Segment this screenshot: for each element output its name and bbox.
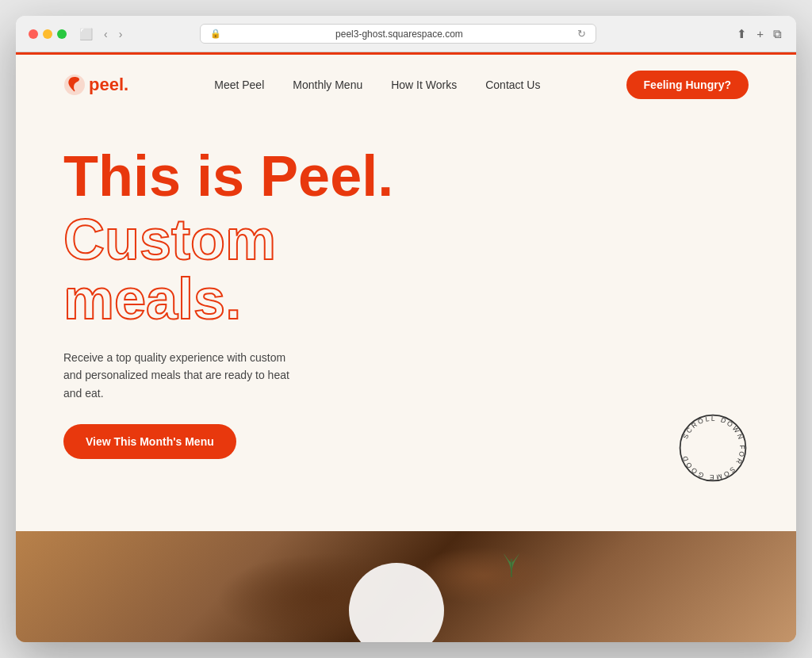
view-menu-button[interactable]: View This Month's Menu — [63, 424, 236, 459]
sidebar-toggle-button[interactable]: ⬜ — [76, 26, 96, 42]
nav-link-monthly-menu[interactable]: Monthly Menu — [293, 78, 362, 91]
share-button[interactable]: ⬆ — [735, 25, 749, 43]
new-tab-button[interactable]: + — [755, 25, 765, 42]
logo-icon — [63, 74, 86, 96]
nav-item-meet-peel[interactable]: Meet Peel — [214, 78, 264, 92]
nav-link-contact-us[interactable]: Contact Us — [485, 78, 540, 91]
windows-button[interactable]: ⧉ — [772, 25, 783, 43]
nav-item-monthly-menu[interactable]: Monthly Menu — [293, 78, 362, 92]
reload-icon: ↻ — [577, 28, 586, 40]
feeling-hungry-button[interactable]: Feeling Hungry? — [626, 71, 749, 99]
scroll-badge-svg: SCROLL DOWN FOR SOME GOOD STUFF — [677, 412, 749, 484]
browser-nav-controls: ⬜ ‹ › — [76, 26, 125, 42]
food-image-section — [16, 531, 796, 642]
logo-text: peel. — [89, 75, 128, 95]
forward-button[interactable]: › — [116, 26, 126, 42]
traffic-lights — [29, 29, 67, 39]
herb-decoration — [500, 547, 523, 579]
hero-title-outline-line2: meals. — [63, 267, 241, 331]
hero-title-outline-line1: Custom — [63, 208, 276, 271]
browser-window: ⬜ ‹ › 🔒 peel3-ghost.squarespace.com ↻ ⬆ … — [16, 16, 796, 642]
nav-link-how-it-works[interactable]: How It Works — [391, 78, 457, 91]
main-navigation: peel. Meet Peel Monthly Menu How It Work… — [16, 55, 796, 115]
hero-section: This is Peel. Custom meals. Receive a to… — [16, 115, 796, 531]
nav-link-meet-peel[interactable]: Meet Peel — [214, 78, 264, 91]
nav-links: Meet Peel Monthly Menu How It Works Cont… — [214, 78, 540, 92]
hero-title-solid: This is Peel. — [63, 147, 749, 207]
hero-description: Receive a top quality experience with cu… — [63, 349, 301, 402]
logo[interactable]: peel. — [63, 74, 128, 96]
food-plate — [349, 563, 444, 642]
svg-text:SCROLL DOWN FOR SOME GOOD STUF: SCROLL DOWN FOR SOME GOOD STUFF — [677, 412, 746, 481]
browser-chrome: ⬜ ‹ › 🔒 peel3-ghost.squarespace.com ↻ ⬆ … — [16, 16, 796, 52]
website-content: peel. Meet Peel Monthly Menu How It Work… — [16, 55, 796, 642]
maximize-button[interactable] — [57, 29, 67, 39]
browser-actions: ⬆ + ⧉ — [735, 25, 783, 43]
address-bar[interactable]: 🔒 peel3-ghost.squarespace.com ↻ — [200, 24, 596, 44]
back-button[interactable]: ‹ — [101, 26, 111, 42]
url-text: peel3-ghost.squarespace.com — [226, 29, 573, 40]
hero-title-outline: Custom meals. — [63, 210, 749, 330]
lock-icon: 🔒 — [210, 29, 221, 39]
close-button[interactable] — [29, 29, 38, 39]
minimize-button[interactable] — [43, 29, 52, 39]
nav-item-contact-us[interactable]: Contact Us — [485, 78, 540, 92]
scroll-badge: SCROLL DOWN FOR SOME GOOD STUFF — [677, 412, 749, 484]
nav-item-how-it-works[interactable]: How It Works — [391, 78, 457, 92]
